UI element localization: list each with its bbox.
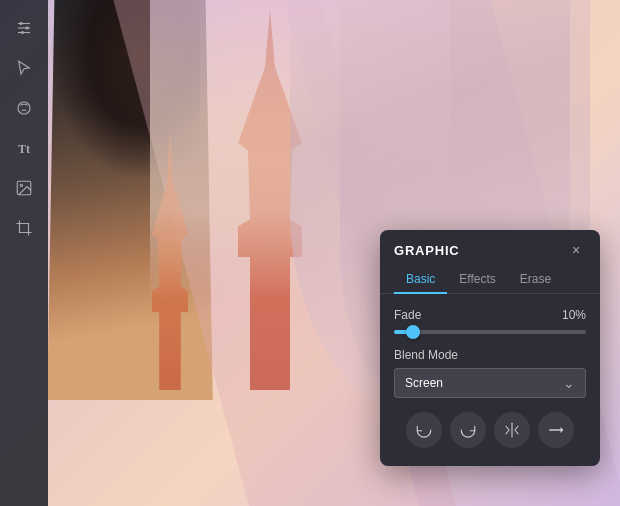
blend-mode-select[interactable]: Screen ⌄ <box>394 368 586 398</box>
tab-basic[interactable]: Basic <box>394 266 447 294</box>
svg-point-4 <box>26 27 29 30</box>
tab-effects[interactable]: Effects <box>447 266 507 294</box>
toolbar-item-mask[interactable] <box>8 92 40 124</box>
undo-button[interactable] <box>406 412 442 448</box>
panel-actions <box>394 412 586 452</box>
blend-mode-value: Screen <box>405 376 443 390</box>
send-back-button[interactable] <box>538 412 574 448</box>
panel-close-button[interactable]: × <box>566 240 586 260</box>
fade-slider-track[interactable] <box>394 330 586 334</box>
toolbar-item-adjust[interactable] <box>8 12 40 44</box>
fade-label: Fade <box>394 308 421 322</box>
svg-point-3 <box>20 22 23 25</box>
panel-body: Fade 10% Blend Mode Screen ⌄ <box>380 294 600 466</box>
panel-title: GRAPHIC <box>394 243 460 258</box>
toolbar-item-select[interactable] <box>8 52 40 84</box>
toolbar-item-text[interactable]: Tt <box>8 132 40 164</box>
toolbar-item-image[interactable] <box>8 172 40 204</box>
fade-slider-thumb[interactable] <box>406 325 420 339</box>
fade-value: 10% <box>562 308 586 322</box>
blend-mode-label: Blend Mode <box>394 348 586 362</box>
svg-point-10 <box>20 184 22 186</box>
tab-erase[interactable]: Erase <box>508 266 563 294</box>
svg-text:Tt: Tt <box>18 142 30 156</box>
panel-tabs: Basic Effects Erase <box>380 260 600 294</box>
fade-row: Fade 10% <box>394 308 586 322</box>
panel-header: GRAPHIC × <box>380 230 600 260</box>
chevron-down-icon: ⌄ <box>563 375 575 391</box>
toolbar-item-crop[interactable] <box>8 212 40 244</box>
svg-point-5 <box>21 31 24 34</box>
graphic-panel: GRAPHIC × Basic Effects Erase Fade 10% B… <box>380 230 600 466</box>
redo-button[interactable] <box>450 412 486 448</box>
toolbar: Tt <box>0 0 48 506</box>
flip-horizontal-button[interactable] <box>494 412 530 448</box>
